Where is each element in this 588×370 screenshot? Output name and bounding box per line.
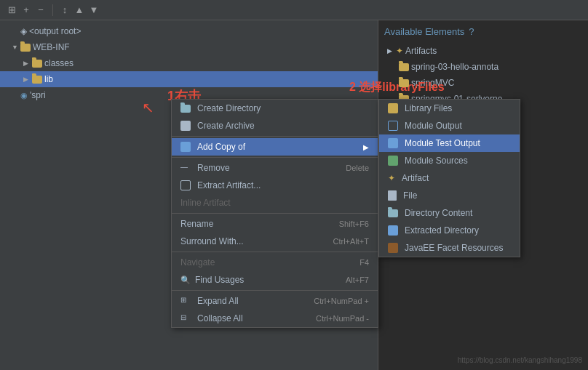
right-tree-springmvc[interactable]: springMVC: [384, 75, 582, 91]
menu-item-rename[interactable]: Rename Shift+F6: [172, 215, 378, 233]
menu-separator-2: [172, 157, 378, 158]
toolbar-icon-remove[interactable]: −: [35, 4, 47, 16]
panel-header: Available Elements ?: [384, 26, 582, 37]
tree-arrow-webinf: ▼: [12, 44, 20, 51]
toolbar-separator: [52, 4, 53, 16]
menu-item-remove[interactable]: — Remove Delete: [172, 159, 378, 177]
menu-item-expand-all[interactable]: ⊞ Expand All Ctrl+NumPad +: [172, 292, 378, 310]
create-archive-icon: [180, 121, 191, 131]
toolbar-icon-sort[interactable]: ↕: [59, 4, 71, 16]
menu-item-collapse-all[interactable]: ⊟ Collapse All Ctrl+NumPad -: [172, 310, 378, 327]
module-sources-icon: [388, 156, 398, 166]
menu-separator-4: [172, 252, 378, 252]
directory-content-icon: [388, 209, 398, 217]
toolbar-icon-add[interactable]: +: [20, 4, 32, 16]
submenu-label-library-files: Library Files: [405, 103, 452, 113]
menu-separator-1: [172, 136, 378, 137]
create-directory-icon: [180, 105, 191, 113]
context-menu: Create Directory Create Archive Add Copy…: [171, 99, 378, 328]
toolbar: ⊞ + − ↕ ▲ ▼: [0, 0, 588, 20]
submenu-label-module-output: Module Output: [405, 121, 462, 131]
submenu: Library Files Module Output Module Test …: [378, 99, 520, 257]
tree-item-label-classes: classes: [44, 58, 74, 68]
submenu-item-directory-content[interactable]: Directory Content: [379, 204, 520, 222]
tree-arrow-lib: ▶: [23, 76, 32, 83]
menu-shortcut-surround-with: Ctrl+Alt+T: [333, 237, 369, 246]
menu-shortcut-remove: Delete: [346, 164, 369, 172]
menu-label-expand-all: Expand All: [197, 296, 239, 306]
javafacet-icon: [388, 243, 398, 253]
menu-label-surround-with: Surround With...: [180, 236, 244, 246]
tree-item-classes[interactable]: ▶ classes: [0, 55, 378, 71]
tree-arrow-classes: ▶: [23, 60, 32, 67]
right-tree-label-springmvc: springMVC: [411, 78, 454, 88]
toolbar-icon-down[interactable]: ▼: [88, 4, 100, 16]
artifact-icon: ✦: [388, 173, 395, 183]
right-tree-artifacts[interactable]: ▶ ✦ Artifacts: [384, 43, 582, 59]
menu-label-find-usages: Find Usages: [195, 275, 244, 285]
menu-item-create-directory[interactable]: Create Directory: [172, 100, 378, 117]
submenu-label-artifact: Artifact: [402, 173, 429, 183]
right-tree-spring03[interactable]: spring-03-hello-annota: [384, 59, 582, 75]
panel-header-title: Available Elements: [384, 26, 464, 37]
tree-item-lib[interactable]: ▶ lib: [0, 71, 378, 87]
submenu-label-directory-content: Directory Content: [405, 208, 472, 218]
output-root-icon: ◈: [20, 26, 27, 36]
add-copy-icon: [180, 142, 191, 152]
menu-shortcut-collapse-all: Ctrl+NumPad -: [316, 314, 369, 323]
extract-icon: [180, 180, 191, 190]
folder-icon-springmvc: [399, 79, 409, 87]
tree-item-label-spri: 'spri: [30, 90, 46, 100]
menu-label-remove: Remove: [197, 163, 230, 173]
menu-item-find-usages[interactable]: 🔍 Find Usages Alt+F7: [172, 271, 378, 289]
menu-item-add-copy-of[interactable]: Add Copy of ▶: [172, 138, 378, 156]
help-icon[interactable]: ?: [469, 26, 474, 37]
artifacts-icon: ✦: [396, 46, 403, 56]
submenu-arrow: ▶: [363, 143, 369, 151]
submenu-item-module-output[interactable]: Module Output: [379, 117, 520, 134]
module-test-output-icon: [388, 138, 398, 148]
module-output-icon: [388, 121, 398, 131]
extracted-directory-icon: [388, 225, 398, 236]
menu-shortcut-rename: Shift+F6: [339, 220, 369, 228]
menu-separator-5: [172, 290, 378, 291]
menu-item-surround-with[interactable]: Surround With... Ctrl+Alt+T: [172, 233, 378, 250]
submenu-item-module-test-output[interactable]: Module Test Output: [379, 134, 520, 152]
menu-label-create-directory: Create Directory: [197, 103, 261, 113]
menu-item-create-archive[interactable]: Create Archive: [172, 117, 378, 134]
tree-arrow-artifacts: ▶: [387, 47, 396, 55]
submenu-item-extracted-directory[interactable]: Extracted Directory: [379, 222, 520, 239]
menu-item-inline-artifact: Inline Artifact: [172, 194, 378, 212]
submenu-label-file: File: [403, 190, 417, 201]
submenu-item-library-files[interactable]: Library Files: [379, 100, 520, 117]
toolbar-icon-up[interactable]: ▲: [74, 4, 85, 16]
menu-label-rename: Rename: [180, 219, 213, 229]
folder-icon-classes: [32, 60, 42, 68]
submenu-label-extracted-directory: Extracted Directory: [405, 225, 479, 236]
tree-item-output-root[interactable]: ◈ <output root>: [0, 23, 378, 39]
menu-item-extract-artifact[interactable]: Extract Artifact...: [172, 177, 378, 194]
jar-icon: ◉: [20, 91, 28, 100]
menu-separator-3: [172, 213, 378, 214]
right-tree-label-spring03: spring-03-hello-annota: [411, 62, 498, 72]
file-icon: [388, 190, 397, 201]
menu-shortcut-navigate: F4: [359, 258, 369, 267]
menu-label-add-copy-of: Add Copy of: [197, 142, 245, 152]
folder-icon-webinf: [20, 44, 31, 52]
tree-item-webinf[interactable]: ▼ WEB-INF: [0, 39, 378, 55]
folder-icon-lib: [32, 76, 42, 84]
submenu-item-file[interactable]: File: [379, 187, 520, 204]
libfiles-icon: [388, 103, 398, 113]
submenu-item-artifact[interactable]: ✦ Artifact: [379, 169, 520, 187]
toolbar-icon-structure[interactable]: ⊞: [6, 4, 17, 16]
menu-label-create-archive: Create Archive: [197, 121, 255, 131]
menu-shortcut-find-usages: Alt+F7: [346, 276, 369, 284]
submenu-item-javafacet[interactable]: JavaEE Facet Resources: [379, 239, 520, 257]
tree-item-label-lib: lib: [44, 74, 53, 84]
search-icon: 🔍: [180, 275, 191, 285]
tree-item-label-webinf: WEB-INF: [33, 42, 70, 52]
submenu-label-module-test-output: Module Test Output: [405, 138, 480, 148]
submenu-item-module-sources[interactable]: Module Sources: [379, 152, 520, 169]
main-layout: ◈ <output root> ▼ WEB-INF ▶ classes ▶ li…: [0, 20, 588, 370]
menu-label-extract-artifact: Extract Artifact...: [197, 180, 261, 190]
